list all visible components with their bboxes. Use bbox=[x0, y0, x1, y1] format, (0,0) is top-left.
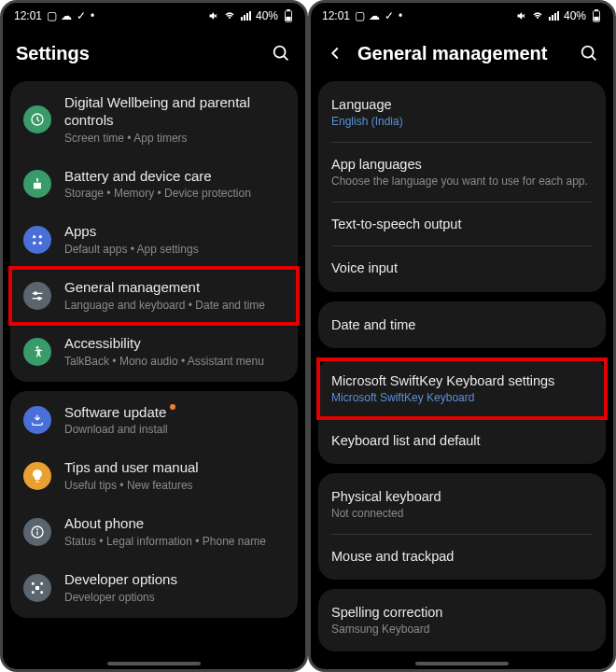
svg-rect-18 bbox=[35, 586, 39, 590]
item-title: Tips and user manual bbox=[64, 459, 285, 477]
search-button[interactable] bbox=[270, 42, 292, 64]
item-title: Voice input bbox=[331, 259, 593, 276]
item-text: Mouse and trackpad bbox=[331, 548, 593, 565]
item-text: AppsDefault apps • App settings bbox=[64, 223, 285, 257]
status-bar: 12:01 ▢ ☁ ✓ • 40% bbox=[3, 3, 305, 29]
check-icon: ✓ bbox=[384, 10, 395, 21]
item-text: Tips and user manualUseful tips • New fe… bbox=[64, 459, 285, 493]
status-time: 12:01 bbox=[14, 9, 42, 22]
page-title: Settings bbox=[16, 43, 259, 64]
search-button[interactable] bbox=[578, 42, 600, 64]
battery-text: 40% bbox=[564, 9, 586, 22]
battery-icon bbox=[283, 10, 294, 21]
image-icon: ▢ bbox=[354, 10, 365, 21]
svg-rect-17 bbox=[36, 531, 37, 535]
settings-item[interactable]: LanguageEnglish (India) bbox=[318, 83, 606, 142]
wifi-icon bbox=[224, 10, 235, 21]
settings-list[interactable]: LanguageEnglish (India)App languagesChoo… bbox=[311, 81, 613, 669]
phone-left: 12:01 ▢ ☁ ✓ • 40% Settings Digital Wellb… bbox=[0, 0, 308, 672]
settings-item[interactable]: Spelling correctionSamsung Keyboard bbox=[318, 591, 606, 650]
about-icon bbox=[23, 518, 51, 546]
battery-icon bbox=[23, 170, 51, 198]
svg-point-7 bbox=[39, 235, 42, 238]
item-text: About phoneStatus • Legal information • … bbox=[64, 515, 285, 549]
settings-item[interactable]: Date and time bbox=[318, 303, 606, 346]
svg-rect-22 bbox=[40, 591, 43, 594]
update-icon bbox=[23, 406, 51, 434]
settings-item[interactable]: Tips and user manualUseful tips • New fe… bbox=[10, 448, 298, 504]
item-title: Accessibility bbox=[64, 335, 285, 353]
home-indicator[interactable] bbox=[415, 662, 509, 665]
item-subtitle: Language and keyboard • Date and time bbox=[64, 299, 285, 313]
item-title: Language bbox=[331, 96, 593, 113]
item-subtitle: Choose the language you want to use for … bbox=[331, 175, 593, 189]
settings-item[interactable]: Microsoft SwiftKey Keyboard settingsMicr… bbox=[318, 359, 606, 418]
svg-point-9 bbox=[39, 242, 42, 245]
settings-item[interactable]: Physical keyboardNot connected bbox=[318, 475, 606, 534]
settings-group: Date and time bbox=[318, 301, 606, 348]
cloud-icon: ☁ bbox=[61, 10, 72, 21]
item-title: App languages bbox=[331, 156, 593, 173]
svg-point-6 bbox=[33, 235, 35, 238]
settings-list[interactable]: Digital Wellbeing and parental controlsS… bbox=[3, 81, 305, 669]
settings-item[interactable]: Developer optionsDeveloper options bbox=[10, 560, 298, 616]
item-title: Text-to-speech output bbox=[331, 216, 593, 232]
cloud-icon: ☁ bbox=[369, 10, 380, 21]
settings-item[interactable]: General managementLanguage and keyboard … bbox=[10, 268, 298, 324]
settings-item[interactable]: AccessibilityTalkBack • Mono audio • Ass… bbox=[10, 324, 298, 380]
settings-item[interactable]: Text-to-speech output bbox=[318, 203, 606, 245]
item-text: Spelling correctionSamsung Keyboard bbox=[331, 604, 593, 637]
item-text: Microsoft SwiftKey Keyboard settingsMicr… bbox=[331, 372, 593, 405]
item-text: App languagesChoose the language you wan… bbox=[331, 156, 593, 189]
settings-item[interactable]: About phoneStatus • Legal information • … bbox=[10, 504, 298, 560]
home-indicator[interactable] bbox=[107, 662, 201, 665]
svg-rect-25 bbox=[594, 17, 598, 21]
svg-line-27 bbox=[592, 56, 595, 60]
image-icon: ▢ bbox=[46, 10, 57, 21]
wellbeing-icon bbox=[23, 105, 51, 133]
svg-point-14 bbox=[36, 346, 39, 349]
item-text: Date and time bbox=[331, 316, 593, 333]
page-title: General management bbox=[357, 43, 567, 64]
item-title: About phone bbox=[64, 515, 285, 533]
item-subtitle: Screen time • App timers bbox=[64, 132, 285, 146]
item-subtitle: Status • Legal information • Phone name bbox=[64, 535, 285, 549]
status-dot: • bbox=[91, 9, 94, 22]
apps-icon bbox=[23, 226, 51, 254]
mute-icon bbox=[516, 10, 527, 21]
svg-point-8 bbox=[33, 242, 35, 245]
back-button[interactable] bbox=[324, 42, 346, 64]
item-title: Physical keyboard bbox=[331, 488, 593, 505]
item-text: Software updateDownload and install bbox=[64, 404, 285, 438]
tips-icon bbox=[23, 462, 51, 490]
item-text: Developer optionsDeveloper options bbox=[64, 571, 285, 605]
dev-icon bbox=[23, 574, 51, 602]
item-title: Mouse and trackpad bbox=[331, 548, 593, 565]
item-text: Battery and device careStorage • Memory … bbox=[64, 168, 285, 202]
settings-group: Physical keyboardNot connectedMouse and … bbox=[318, 473, 606, 580]
item-title: Digital Wellbeing and parental controls bbox=[64, 94, 285, 130]
settings-item[interactable]: Battery and device careStorage • Memory … bbox=[10, 157, 298, 213]
svg-rect-20 bbox=[40, 582, 43, 585]
settings-item[interactable]: AppsDefault apps • App settings bbox=[10, 212, 298, 268]
settings-item[interactable]: Voice input bbox=[318, 246, 606, 289]
item-text: Text-to-speech output bbox=[331, 216, 593, 232]
settings-item[interactable]: Software updateDownload and install bbox=[10, 393, 298, 449]
settings-item[interactable]: App languagesChoose the language you wan… bbox=[318, 143, 606, 202]
item-subtitle: English (India) bbox=[331, 115, 593, 129]
svg-rect-1 bbox=[287, 9, 290, 11]
item-subtitle: Storage • Memory • Device protection bbox=[64, 187, 285, 201]
settings-item[interactable]: Keyboard list and default bbox=[318, 419, 606, 462]
settings-item[interactable]: Mouse and trackpad bbox=[318, 535, 606, 578]
item-text: Physical keyboardNot connected bbox=[331, 488, 593, 521]
settings-item[interactable]: Digital Wellbeing and parental controlsS… bbox=[10, 83, 298, 157]
item-text: AccessibilityTalkBack • Mono audio • Ass… bbox=[64, 335, 285, 369]
update-badge bbox=[170, 404, 175, 410]
check-icon: ✓ bbox=[76, 10, 87, 21]
item-title: General management bbox=[64, 279, 285, 297]
header: Settings bbox=[3, 29, 305, 81]
item-title: Date and time bbox=[331, 316, 593, 333]
item-subtitle: Microsoft SwiftKey Keyboard bbox=[331, 391, 593, 405]
settings-group: Digital Wellbeing and parental controlsS… bbox=[10, 81, 298, 382]
settings-group: Software updateDownload and installTips … bbox=[10, 391, 298, 618]
